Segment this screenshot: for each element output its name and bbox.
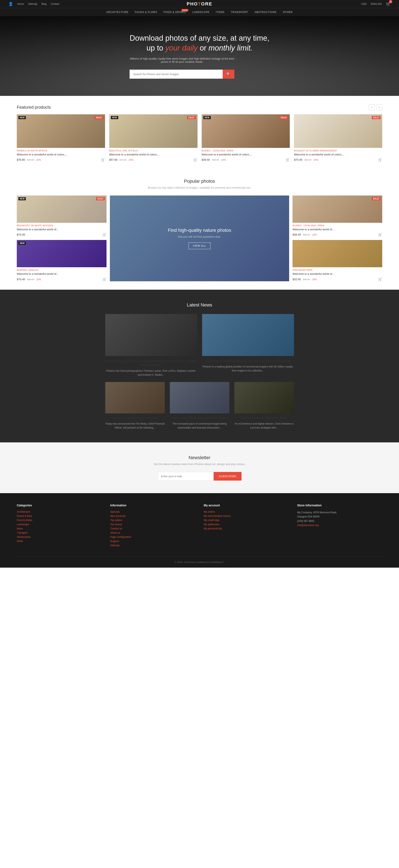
product-footer-3: $70.40 $88.00 -20% 🛒: [294, 158, 382, 162]
footer-info-8[interactable]: Sitemap: [110, 544, 195, 547]
footer-info-2[interactable]: Top sellers: [110, 519, 195, 522]
footer-info-6[interactable]: Page configuration: [110, 535, 195, 538]
nav-items[interactable]: ITEMS: [216, 11, 225, 13]
add-to-cart-pop-l0[interactable]: 🛒: [102, 232, 106, 237]
nav-sitemap[interactable]: Sitemap: [28, 2, 37, 5]
footer-account-0[interactable]: My orders: [204, 510, 289, 513]
newsletter-title: Newsletter: [17, 455, 382, 460]
pop-left-price-0: $70.00: [17, 233, 25, 236]
footer-info-0[interactable]: Specials: [110, 510, 195, 513]
pop-right-cat-1: DINOSAURS PARK: [293, 269, 382, 271]
badge-sale-2: SALE!: [279, 116, 288, 119]
product-title-2: Welcome to a wonderful world of colors..…: [202, 153, 290, 156]
nav-contact[interactable]: Contact: [51, 2, 59, 5]
footer-info-7[interactable]: Support: [110, 540, 195, 542]
cart-button[interactable]: 🛒 0: [386, 2, 391, 6]
add-to-cart-pop-r1[interactable]: 🛒: [378, 277, 382, 281]
footer-account-3[interactable]: My addresses: [204, 523, 289, 526]
hero-content: Download photos of any size, at any time…: [130, 33, 269, 79]
hero-accent-daily: your daily: [165, 43, 198, 52]
nav-transport[interactable]: TRANSPORT: [231, 11, 248, 13]
pop-left-footer-0: $70.00 🛒: [17, 232, 106, 237]
top-bar-right: USD ENGLISH 🛒 0: [361, 2, 391, 6]
product-title-0: Welcome to a wonderful world of colors..…: [17, 153, 105, 156]
footer-info-3[interactable]: Our stores: [110, 523, 195, 526]
footer-info-5[interactable]: About us: [110, 531, 195, 534]
footer-store-title: Store Information: [297, 504, 382, 507]
newsletter-email-input[interactable]: [158, 472, 214, 480]
news-top-title-1: Celebrating 60 Million Images with an 'A…: [202, 359, 294, 363]
footer-cat-0[interactable]: Architecture: [17, 510, 102, 513]
footer-cat-6[interactable]: Abstractions: [17, 535, 102, 538]
product-price-1: $57.60 $72.00 -20%: [109, 158, 134, 161]
nav-other[interactable]: OTHER: [283, 11, 293, 13]
logo-accent: T: [198, 1, 201, 6]
add-to-cart-pop-r0[interactable]: 🛒: [378, 232, 382, 237]
footer-account-2[interactable]: My credit slips: [204, 519, 289, 522]
add-to-cart-pop-l1[interactable]: 🛒: [102, 277, 106, 281]
footer-account-title: My account: [204, 504, 289, 507]
footer-cat-3[interactable]: Landscape: [17, 523, 102, 526]
pop-left-title-1: Welcome to a wonderful world of...: [17, 272, 106, 276]
nav-blog[interactable]: Blog: [41, 2, 46, 5]
prev-button[interactable]: ‹: [369, 104, 375, 110]
footer-cat-4[interactable]: Items: [17, 527, 102, 530]
product-discount-1: -20%: [128, 159, 134, 161]
add-to-cart-2[interactable]: 🛒: [286, 158, 290, 162]
badge-sale-pop-l0: SALE!: [96, 197, 105, 200]
nav-fauna-flora[interactable]: FAUNA & FLORA: [135, 11, 157, 13]
top-bar: 👤 Home Sitemap Blog Contact PHOTORE USD …: [0, 0, 399, 8]
view-all-button[interactable]: View all: [189, 243, 210, 249]
pop-left-title-0: Welcome to a wonderful world of...: [17, 227, 106, 231]
popular-subtitle: Browse our top rated collection of image…: [17, 186, 382, 189]
search-button[interactable]: 🔍: [223, 70, 234, 79]
footer-cat-5[interactable]: Transport: [17, 531, 102, 534]
site-logo[interactable]: PHOTORE: [187, 1, 212, 7]
footer: Categories ArchitectureFauna & floraFood…: [0, 493, 399, 568]
news-top-title-0: Photore Expands Focus on Editorial Image…: [105, 359, 197, 367]
hero-section: Download photos of any size, at any time…: [0, 16, 399, 96]
news-top-excerpt-0: Photore has hired photographers Chelsea …: [105, 369, 197, 377]
language-selector[interactable]: ENGLISH: [371, 2, 382, 5]
add-to-cart-1[interactable]: 🛒: [193, 158, 198, 162]
news-bottom-excerpt-2: An eCommerce and digital veteran, Chris …: [234, 422, 294, 430]
search-input[interactable]: [130, 70, 223, 79]
footer-account-4[interactable]: My personal info: [204, 527, 289, 530]
featured-header: Featured products ‹ ›: [17, 104, 382, 110]
product-title-3: Welcome to a wonderful world of colors..…: [294, 153, 382, 156]
popular-right-product-0: SALE! BLANES - CATALONIA, SPAIN Welcome …: [293, 195, 382, 237]
news-bottom-image-0: [105, 382, 165, 413]
news-bottom-article-2: Key Additions to Executive Team An eComm…: [234, 382, 294, 430]
add-to-cart-3[interactable]: 🛒: [378, 158, 382, 162]
newsletter-subscribe-button[interactable]: Subscribe: [214, 472, 241, 480]
pop-right-price-0: $38.40 $48.00 -20%: [293, 233, 317, 236]
hero-headline: Download photos of any size, at any time…: [130, 33, 269, 53]
footer-info-1[interactable]: New products: [110, 515, 195, 518]
product-price-3: $70.40 $88.00 -20%: [294, 158, 318, 161]
nav-home[interactable]: Home: [17, 2, 24, 5]
footer-account-1[interactable]: My merchandise returns: [204, 515, 289, 518]
badge-new-2: NEW: [203, 116, 211, 119]
footer-info-4[interactable]: Contact us: [110, 527, 195, 530]
currency-selector[interactable]: USD: [361, 2, 366, 5]
pop-right-footer-0: $38.40 $48.00 -20% 🛒: [293, 232, 382, 237]
featured-products-grid: NEW SALE! ANIMALS IN SOUTH AFRICA... Wel…: [17, 114, 382, 162]
footer-store-email[interactable]: info@demotore.org: [297, 523, 382, 527]
user-icon: 👤: [8, 2, 13, 6]
nav-landscape[interactable]: LANDSCAPE: [193, 11, 210, 13]
footer-cat-7[interactable]: Other: [17, 540, 102, 542]
nav-architecture[interactable]: ARCHITECTURE: [106, 11, 129, 13]
featured-product-2: NEW SALE! BLANES - CATALONIA, SPAIN Welc…: [202, 114, 290, 162]
popular-center-sub: that you will not find anywhere else.: [178, 235, 221, 238]
hero-subtext: Millions of high-quality royalty-free st…: [130, 57, 234, 63]
nav-abstractions[interactable]: ABSTRACTIONS: [255, 11, 276, 13]
cart-count: 0: [389, 0, 392, 3]
popular-right-col: SALE! BLANES - CATALONIA, SPAIN Welcome …: [293, 195, 382, 281]
footer-cat-2[interactable]: Food & drinks: [17, 519, 102, 522]
news-top-image-1: [202, 314, 294, 356]
news-top-article-0: Photore Expands Focus on Editorial Image…: [105, 314, 197, 377]
footer-cat-1[interactable]: Fauna & flora: [17, 515, 102, 518]
nav-food-drinks[interactable]: FOOD & DRINKS NEW: [164, 11, 186, 13]
add-to-cart-0[interactable]: 🛒: [101, 158, 105, 162]
next-button[interactable]: ›: [376, 104, 382, 110]
